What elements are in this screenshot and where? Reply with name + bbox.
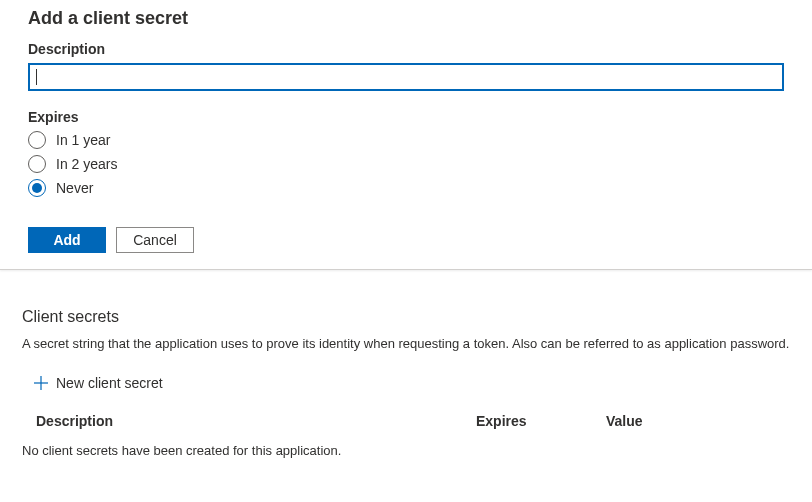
- radio-label: In 2 years: [56, 156, 117, 172]
- plus-icon: [34, 376, 48, 390]
- radio-icon: [28, 155, 46, 173]
- client-secrets-section: Client secrets A secret string that the …: [0, 308, 812, 462]
- secrets-table-header: Description Expires Value: [22, 407, 790, 439]
- add-button[interactable]: Add: [28, 227, 106, 253]
- empty-message: No client secrets have been created for …: [22, 439, 790, 462]
- text-caret: [36, 69, 37, 85]
- dialog-buttons: Add Cancel: [28, 227, 784, 253]
- cancel-button[interactable]: Cancel: [116, 227, 194, 253]
- section-heading: Client secrets: [22, 308, 790, 326]
- description-label: Description: [28, 41, 784, 57]
- panel-inner: Add a client secret Description Expires …: [0, 0, 812, 253]
- col-expires: Expires: [476, 413, 606, 429]
- expires-label: Expires: [28, 109, 784, 125]
- radio-label: Never: [56, 180, 93, 196]
- radio-icon: [28, 179, 46, 197]
- radio-icon: [28, 131, 46, 149]
- col-description: Description: [36, 413, 476, 429]
- radio-label: In 1 year: [56, 132, 110, 148]
- description-input[interactable]: [28, 63, 784, 91]
- expires-option-1-year[interactable]: In 1 year: [28, 131, 784, 149]
- new-client-secret-label: New client secret: [56, 375, 163, 391]
- expires-radio-group: In 1 year In 2 years Never: [28, 131, 784, 197]
- expires-option-never[interactable]: Never: [28, 179, 784, 197]
- add-client-secret-panel: Add a client secret Description Expires …: [0, 0, 812, 270]
- radio-inner-dot: [32, 183, 42, 193]
- section-description: A secret string that the application use…: [22, 336, 790, 351]
- col-value: Value: [606, 413, 776, 429]
- expires-option-2-years[interactable]: In 2 years: [28, 155, 784, 173]
- description-input-wrap: [28, 63, 784, 91]
- new-client-secret-button[interactable]: New client secret: [28, 371, 169, 395]
- dialog-title: Add a client secret: [28, 8, 784, 29]
